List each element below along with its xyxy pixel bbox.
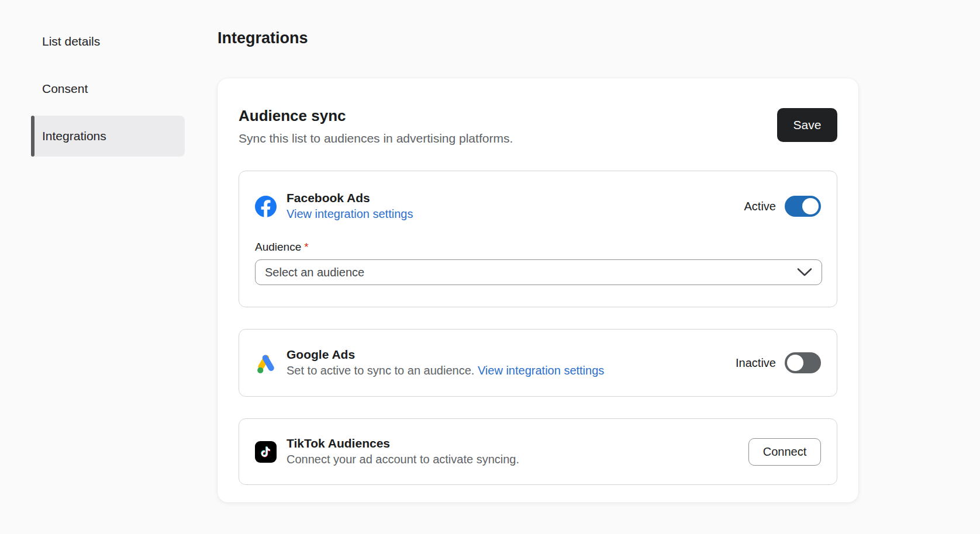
card-header-text: Audience sync Sync this list to audience… [239, 106, 513, 146]
sidebar-item-list-details[interactable]: List details [31, 21, 185, 62]
tiktok-description: Connect your ad account to activate sync… [287, 451, 519, 468]
audience-select[interactable]: Select an audience [255, 259, 822, 285]
toggle-knob [802, 198, 819, 214]
save-button[interactable]: Save [777, 108, 837, 142]
sidebar-item-integrations[interactable]: Integrations [31, 116, 185, 157]
audience-field: Audience* Select an audience [255, 241, 821, 285]
settings-sidebar: List details Consent Integrations [0, 0, 218, 534]
sidebar-item-label: Integrations [42, 129, 106, 143]
active-indicator-bar [31, 116, 34, 157]
integration-name: Google Ads [287, 346, 604, 362]
main-content: Integrations Audience sync Sync this lis… [218, 0, 980, 534]
card-header: Audience sync Sync this list to audience… [239, 106, 837, 146]
integration-name: TikTok Audiences [287, 435, 519, 451]
google-sync-toggle[interactable] [785, 352, 821, 373]
google-status: Inactive [736, 352, 821, 373]
google-description: Set to active to sync to an audience. Vi… [287, 362, 604, 379]
page-title: Integrations [218, 28, 858, 48]
chevron-down-icon [797, 268, 812, 277]
tiktok-titles: TikTok Audiences Connect your ad account… [287, 435, 519, 468]
facebook-view-settings-link[interactable]: View integration settings [287, 206, 413, 223]
sidebar-item-consent[interactable]: Consent [31, 68, 185, 109]
required-asterisk: * [304, 241, 308, 253]
sidebar-item-label: Consent [42, 82, 88, 96]
google-description-text: Set to active to sync to an audience. [287, 364, 474, 377]
facebook-icon [255, 196, 277, 217]
google-ads-icon [255, 352, 277, 374]
connect-button[interactable]: Connect [748, 438, 821, 466]
facebook-ads-section: Facebook Ads View integration settings A… [239, 171, 837, 307]
facebook-titles: Facebook Ads View integration settings [287, 190, 413, 223]
audience-field-label: Audience* [255, 241, 309, 254]
google-status-label: Inactive [736, 356, 776, 370]
integrations-settings-screen: List details Consent Integrations Integr… [0, 0, 980, 534]
integration-name: Facebook Ads [287, 190, 413, 206]
audience-select-value: Select an audience [265, 266, 364, 279]
facebook-sync-toggle[interactable] [785, 196, 821, 217]
sidebar-item-label: List details [42, 34, 100, 48]
toggle-knob [787, 355, 803, 371]
facebook-ads-row: Facebook Ads View integration settings A… [255, 190, 821, 223]
tiktok-icon [255, 441, 277, 463]
audience-label-text: Audience [255, 241, 301, 253]
google-view-settings-link[interactable]: View integration settings [478, 364, 604, 377]
audience-sync-card: Audience sync Sync this list to audience… [218, 78, 858, 502]
card-subtitle: Sync this list to audiences in advertisi… [239, 131, 513, 146]
facebook-status: Active [744, 196, 821, 217]
facebook-status-label: Active [744, 200, 776, 213]
google-titles: Google Ads Set to active to sync to an a… [287, 346, 604, 379]
card-title: Audience sync [239, 106, 513, 125]
tiktok-audiences-section: TikTok Audiences Connect your ad account… [239, 418, 837, 485]
google-ads-section: Google Ads Set to active to sync to an a… [239, 329, 837, 397]
